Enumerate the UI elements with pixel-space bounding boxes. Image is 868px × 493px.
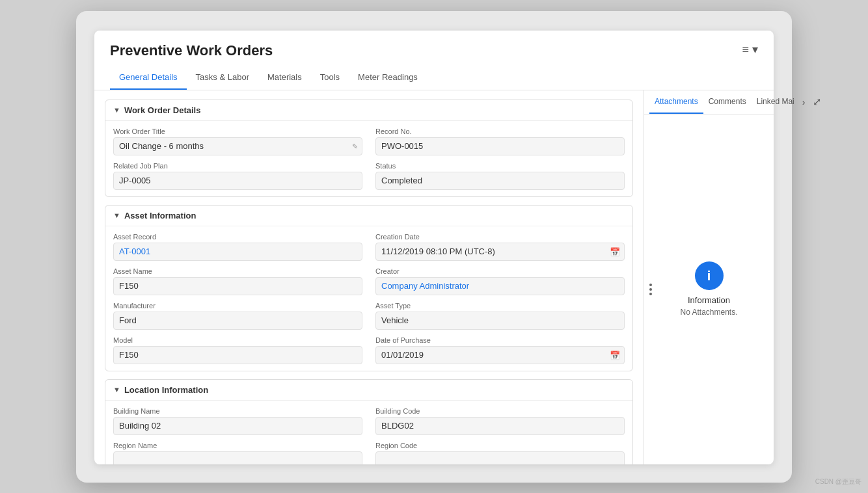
app-body: ▼ Work Order Details Work Order Title Oi… xyxy=(94,90,774,464)
asset-record-value[interactable]: AT-0001 xyxy=(113,243,362,261)
work-order-title-group: Work Order Title Oil Change - 6 months ✎ xyxy=(113,127,362,155)
model-group: Model F150 xyxy=(113,336,362,364)
region-name-label: Region Name xyxy=(113,442,362,449)
date-of-purchase-group: Date of Purchase 01/01/2019 📅 xyxy=(375,336,625,364)
related-job-plan-value: JP-0005 xyxy=(113,172,362,190)
work-order-title-label: Work Order Title xyxy=(113,127,362,135)
asset-form-grid: Asset Record AT-0001 Creation Date 11/12… xyxy=(113,233,625,364)
location-information-header: ▼ Location Information xyxy=(105,380,632,401)
side-panel-tab-comments[interactable]: Comments xyxy=(703,90,752,114)
building-name-group: Building Name Building 02 xyxy=(113,407,362,435)
nav-tabs: General Details Tasks & Labor Materials … xyxy=(94,66,774,90)
status-value: Completed xyxy=(375,172,625,190)
side-panel-tab-attachments[interactable]: Attachments xyxy=(649,90,703,114)
record-no-label: Record No. xyxy=(375,127,625,135)
region-name-group: Region Name xyxy=(113,442,362,464)
info-message: No Attachments. xyxy=(680,308,737,317)
tab-materials[interactable]: Materials xyxy=(258,66,311,90)
location-information-title: Location Information xyxy=(124,385,208,395)
page-title: Preventive Work Orders xyxy=(110,42,273,59)
info-circle-icon: i xyxy=(695,261,724,290)
region-code-label: Region Code xyxy=(375,442,625,449)
model-label: Model xyxy=(113,336,362,344)
three-dots-menu[interactable] xyxy=(649,284,652,295)
building-name-value: Building 02 xyxy=(113,417,362,435)
creator-label: Creator xyxy=(375,267,625,275)
building-code-label: Building Code xyxy=(375,407,625,415)
calendar-icon[interactable]: 📅 xyxy=(610,246,620,256)
collapse-icon[interactable]: ▼ xyxy=(113,106,120,114)
record-no-group: Record No. PWO-0015 xyxy=(375,127,625,155)
side-panel-tab-linked[interactable]: Linked Mai xyxy=(752,90,800,114)
asset-type-group: Asset Type Vehicle xyxy=(375,302,625,330)
work-order-form-grid: Work Order Title Oil Change - 6 months ✎… xyxy=(113,127,625,190)
asset-record-group: Asset Record AT-0001 xyxy=(113,233,362,261)
date-of-purchase-value: 01/01/2019 📅 xyxy=(375,346,625,364)
work-order-details-section: ▼ Work Order Details Work Order Title Oi… xyxy=(105,100,633,197)
expand-icon[interactable]: ⤢ xyxy=(807,90,826,113)
asset-name-group: Asset Name F150 xyxy=(113,267,362,295)
location-information-section: ▼ Location Information Building Name Bui… xyxy=(105,379,633,464)
creation-date-group: Creation Date 11/12/2019 08:10 PM (UTC-8… xyxy=(375,233,625,261)
building-name-label: Building Name xyxy=(113,407,362,415)
asset-information-body: Asset Record AT-0001 Creation Date 11/12… xyxy=(105,226,632,371)
related-job-plan-group: Related Job Plan JP-0005 xyxy=(113,162,362,190)
asset-information-section: ▼ Asset Information Asset Record AT-0001 xyxy=(105,205,633,371)
creation-date-value: 11/12/2019 08:10 PM (UTC-8) 📅 xyxy=(375,243,625,261)
collapse-icon-asset[interactable]: ▼ xyxy=(113,211,120,219)
asset-type-label: Asset Type xyxy=(375,302,625,310)
tab-tools[interactable]: Tools xyxy=(311,66,349,90)
asset-record-label: Asset Record xyxy=(113,233,362,241)
location-information-body: Building Name Building 02 Building Code … xyxy=(105,401,632,464)
side-panel-content: i Information No Attachments. xyxy=(644,114,774,464)
work-order-details-header: ▼ Work Order Details xyxy=(105,100,632,121)
model-value: F150 xyxy=(113,346,362,364)
status-group: Status Completed xyxy=(375,162,625,190)
purchase-calendar-icon[interactable]: 📅 xyxy=(610,350,620,360)
menu-icon[interactable]: ≡ ▾ xyxy=(742,42,758,57)
collapse-icon-location[interactable]: ▼ xyxy=(113,386,120,393)
tab-general-details[interactable]: General Details xyxy=(110,66,187,90)
manufacturer-group: Manufacturer Ford xyxy=(113,302,362,330)
app-header: Preventive Work Orders ≡ ▾ xyxy=(94,31,774,59)
work-order-details-body: Work Order Title Oil Change - 6 months ✎… xyxy=(105,121,632,196)
location-form-grid: Building Name Building 02 Building Code … xyxy=(113,407,625,464)
asset-information-title: Asset Information xyxy=(124,211,197,220)
related-job-plan-label: Related Job Plan xyxy=(113,162,362,170)
main-content: ▼ Work Order Details Work Order Title Oi… xyxy=(94,90,644,464)
creator-value[interactable]: Company Administrator xyxy=(375,277,625,295)
tab-tasks-labor[interactable]: Tasks & Labor xyxy=(187,66,258,90)
side-panel: Attachments Comments Linked Mai › ⤢ i In… xyxy=(644,90,774,464)
info-title: Information xyxy=(688,295,730,305)
date-of-purchase-label: Date of Purchase xyxy=(375,336,625,344)
watermark: CSDN @歪豆哥 xyxy=(815,477,861,486)
asset-information-header: ▼ Asset Information xyxy=(105,206,632,226)
creation-date-label: Creation Date xyxy=(375,233,625,241)
work-order-title-value[interactable]: Oil Change - 6 months ✎ xyxy=(113,137,362,155)
region-name-value xyxy=(113,451,362,464)
region-code-group: Region Code xyxy=(375,442,625,464)
asset-type-value: Vehicle xyxy=(375,312,625,330)
edit-icon: ✎ xyxy=(352,142,358,150)
app-window: Preventive Work Orders ≡ ▾ General Detai… xyxy=(94,31,774,464)
status-label: Status xyxy=(375,162,625,170)
asset-name-value: F150 xyxy=(113,277,362,295)
tab-meter-readings[interactable]: Meter Readings xyxy=(349,66,427,90)
creator-group: Creator Company Administrator xyxy=(375,267,625,295)
asset-name-label: Asset Name xyxy=(113,267,362,275)
region-code-value xyxy=(375,451,625,464)
building-code-value: BLDG02 xyxy=(375,417,625,435)
laptop-frame: Preventive Work Orders ≡ ▾ General Detai… xyxy=(76,11,792,483)
building-code-group: Building Code BLDG02 xyxy=(375,407,625,435)
work-order-details-title: Work Order Details xyxy=(124,105,201,115)
side-panel-arrow[interactable]: › xyxy=(800,97,808,107)
record-no-value: PWO-0015 xyxy=(375,137,625,155)
manufacturer-label: Manufacturer xyxy=(113,302,362,310)
side-panel-tabs: Attachments Comments Linked Mai › ⤢ xyxy=(644,90,774,114)
manufacturer-value: Ford xyxy=(113,312,362,330)
